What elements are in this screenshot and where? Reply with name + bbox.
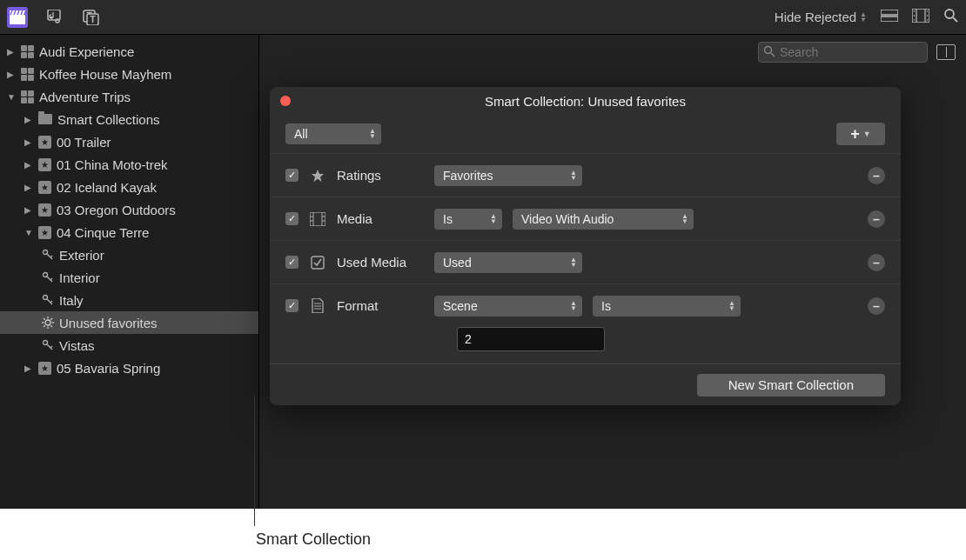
item-label: 04 Cinque Terre	[57, 225, 149, 240]
disclosure-open-icon[interactable]: ▼	[24, 228, 33, 237]
event-icon: ★	[38, 136, 51, 149]
updown-icon: ▲▼	[570, 301, 577, 311]
filmstrip-icon	[309, 212, 326, 226]
popup-value: Is	[443, 212, 453, 226]
rule-row-format-value	[270, 327, 901, 363]
item-label: Smart Collections	[57, 112, 160, 127]
folder-item[interactable]: ▶Smart Collections	[0, 108, 258, 130]
keyword-item[interactable]: Exterior	[0, 243, 258, 266]
popup-value: Is	[601, 299, 611, 313]
item-label: 02 Iceland Kayak	[57, 180, 157, 195]
rule-label: Format	[337, 298, 424, 313]
smart-collection-item[interactable]: Unused favorites	[0, 311, 258, 334]
remove-rule-button[interactable]: –	[868, 167, 885, 184]
updown-icon: ▲▼	[570, 170, 577, 181]
updown-icon: ▲▼	[728, 301, 735, 311]
svg-text:T: T	[90, 15, 95, 24]
chevron-down-icon: ▼	[863, 130, 871, 138]
keyword-item[interactable]: Vistas	[0, 334, 258, 357]
keyword-item[interactable]: Italy	[0, 289, 258, 311]
photos-music-tab[interactable]	[44, 7, 64, 28]
format-op-popup[interactable]: Is▲▼	[593, 296, 741, 317]
used-media-popup[interactable]: Used▲▼	[434, 252, 582, 273]
item-label: Koffee House Mayhem	[39, 67, 171, 82]
rule-row-format: ✓ Format Scene▲▼ Is▲▼ –	[270, 283, 901, 327]
item-label: Unused favorites	[59, 316, 158, 330]
disclosure-closed-icon[interactable]: ▶	[24, 115, 33, 124]
folder-icon	[38, 114, 52, 124]
disclosure-closed-icon[interactable]: ▶	[24, 363, 33, 373]
svg-line-20	[953, 17, 957, 22]
svg-rect-0	[10, 15, 25, 24]
updown-icon: ▲▼	[369, 129, 376, 139]
popup-value: Scene	[443, 299, 478, 313]
titles-tab[interactable]: TT	[80, 7, 101, 28]
library-icon	[21, 90, 34, 103]
dialog-titlebar: Smart Collection: Unused favorites	[270, 87, 901, 115]
format-field-popup[interactable]: Scene▲▼	[434, 296, 582, 317]
event-item[interactable]: ▶★01 China Moto-trek	[0, 153, 258, 176]
library-item[interactable]: ▶Koffee House Mayhem	[0, 63, 258, 85]
rule-checkbox[interactable]: ✓	[285, 212, 299, 225]
remove-rule-button[interactable]: –	[868, 254, 885, 271]
event-item[interactable]: ▶★00 Trailer	[0, 130, 258, 153]
disclosure-closed-icon[interactable]: ▶	[7, 47, 16, 57]
svg-line-23	[50, 256, 52, 257]
rule-checkbox[interactable]: ✓	[285, 256, 299, 269]
format-value-input[interactable]	[457, 327, 605, 351]
popup-value: Favorites	[443, 169, 493, 183]
gear-icon	[42, 317, 54, 329]
event-item[interactable]: ▶★03 Oregon Outdoors	[0, 198, 258, 221]
remove-rule-button[interactable]: –	[868, 210, 885, 228]
search-toggle-icon[interactable]	[943, 8, 959, 26]
match-popup[interactable]: All▲▼	[285, 123, 381, 144]
disclosure-closed-icon[interactable]: ▶	[24, 137, 33, 147]
keyword-item[interactable]: Interior	[0, 266, 258, 289]
library-item[interactable]: ▶Audi Experience	[0, 40, 258, 63]
event-icon: ★	[38, 181, 51, 194]
item-label: Interior	[59, 270, 100, 285]
disclosure-open-icon[interactable]: ▼	[7, 92, 16, 102]
svg-line-37	[44, 325, 45, 327]
media-type-popup[interactable]: Video With Audio▲▼	[513, 209, 694, 230]
smart-collection-dialog: Smart Collection: Unused favorites All▲▼…	[270, 87, 901, 405]
media-op-popup[interactable]: Is▲▼	[434, 209, 502, 230]
filter-menu[interactable]: Hide Rejected ▲▼	[775, 10, 867, 24]
star-icon	[309, 169, 326, 183]
ratings-value-popup[interactable]: Favorites▲▼	[434, 165, 582, 186]
new-smart-collection-button[interactable]: New Smart Collection	[697, 374, 885, 397]
add-rule-button[interactable]: +▼	[836, 123, 885, 145]
event-item[interactable]: ▶★02 Iceland Kayak	[0, 176, 258, 198]
popup-value: All	[294, 127, 308, 141]
clapperboard-tab[interactable]	[7, 7, 28, 28]
svg-rect-51	[312, 257, 324, 269]
search-input[interactable]	[758, 42, 928, 63]
library-item[interactable]: ▼Adventure Trips	[0, 85, 258, 108]
svg-point-21	[44, 250, 48, 255]
rule-checkbox[interactable]: ✓	[285, 169, 299, 182]
close-button[interactable]	[280, 96, 291, 106]
svg-point-3	[56, 19, 59, 23]
event-item[interactable]: ▼★04 Cinque Terre	[0, 221, 258, 243]
svg-point-16	[927, 10, 929, 12]
rule-row-ratings: ✓ Ratings Favorites▲▼ –	[270, 153, 901, 197]
disclosure-closed-icon[interactable]: ▶	[24, 160, 33, 170]
item-label: Audi Experience	[39, 44, 134, 59]
key-icon	[42, 294, 54, 306]
item-label: 05 Bavaria Spring	[57, 361, 160, 376]
disclosure-closed-icon[interactable]: ▶	[7, 70, 16, 79]
item-label: 01 China Moto-trek	[57, 157, 168, 172]
svg-line-41	[50, 346, 52, 348]
svg-rect-9	[881, 17, 898, 22]
svg-point-18	[927, 19, 929, 21]
dialog-title: Smart Collection: Unused favorites	[485, 94, 686, 109]
rule-checkbox[interactable]: ✓	[285, 299, 299, 312]
panel-toggle-icon[interactable]	[936, 44, 956, 60]
clip-view-icon[interactable]	[881, 10, 898, 24]
remove-rule-button[interactable]: –	[868, 297, 885, 315]
svg-rect-44	[310, 212, 325, 226]
disclosure-closed-icon[interactable]: ▶	[24, 183, 33, 192]
event-item[interactable]: ▶★05 Bavaria Spring	[0, 357, 258, 379]
filmstrip-icon[interactable]	[912, 9, 929, 25]
disclosure-closed-icon[interactable]: ▶	[24, 205, 33, 215]
